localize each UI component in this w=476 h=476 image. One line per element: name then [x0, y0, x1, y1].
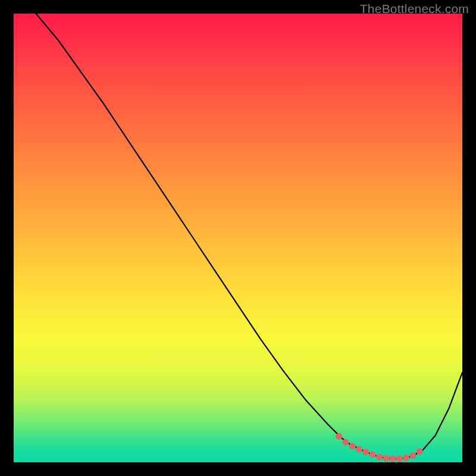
plot-area	[14, 14, 462, 462]
watermark-text: TheBottleneck.com	[360, 2, 469, 16]
chart-stage: TheBottleneck.com	[0, 0, 476, 476]
gradient-background	[14, 14, 462, 462]
